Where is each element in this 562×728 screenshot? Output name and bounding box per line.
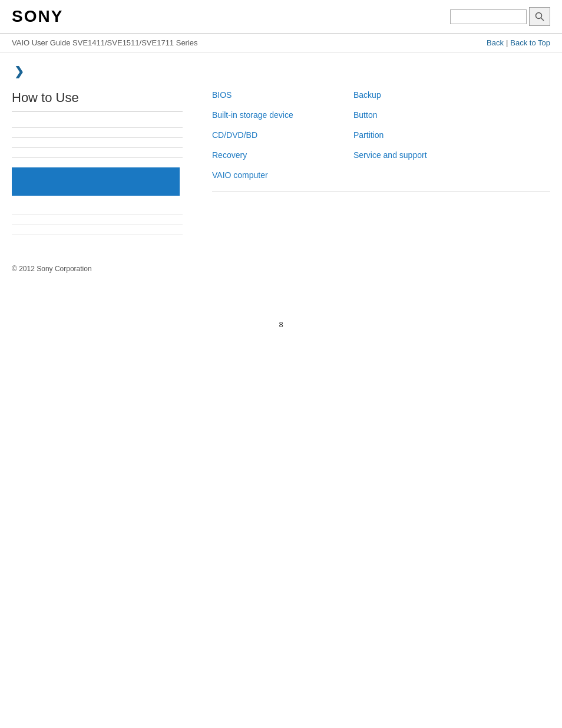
- guide-title: VAIO User Guide SVE1411/SVE1511/SVE1711 …: [12, 38, 198, 47]
- link-cd-dvd-bd[interactable]: CD/DVD/BD: [212, 130, 330, 140]
- links-grid: BIOS Built-in storage device CD/DVD/BD R…: [212, 90, 550, 180]
- svg-line-1: [541, 18, 544, 21]
- navbar: VAIO User Guide SVE1411/SVE1511/SVE1711 …: [0, 34, 562, 52]
- main-content: ❯ How to Use BIOS Built-in storage devic…: [0, 52, 562, 247]
- svg-point-0: [536, 13, 542, 19]
- content-area: BIOS Built-in storage device CD/DVD/BD R…: [194, 90, 550, 235]
- link-backup[interactable]: Backup: [353, 90, 471, 100]
- breadcrumb-arrow: ❯: [12, 64, 550, 78]
- sidebar-item-4: [12, 148, 183, 158]
- search-area: [450, 7, 550, 26]
- page-number: 8: [0, 320, 562, 329]
- link-built-in-storage[interactable]: Built-in storage device: [212, 110, 330, 120]
- links-column-2: Backup Button Partition Service and supp…: [353, 90, 471, 180]
- link-recovery[interactable]: Recovery: [212, 150, 330, 160]
- link-service-support[interactable]: Service and support: [353, 150, 471, 160]
- sidebar-title: How to Use: [12, 90, 183, 112]
- sidebar-item-1: [12, 118, 183, 128]
- search-button[interactable]: [529, 7, 550, 26]
- footer: © 2012 Sony Corporation: [0, 247, 562, 285]
- sidebar-blue-box: [12, 167, 180, 196]
- sony-logo: SONY: [12, 7, 63, 26]
- links-column-1: BIOS Built-in storage device CD/DVD/BD R…: [212, 90, 330, 180]
- search-input[interactable]: [450, 9, 527, 24]
- sidebar-item-3: [12, 138, 183, 148]
- back-to-top-link[interactable]: Back to Top: [510, 38, 550, 47]
- content-divider: [212, 192, 550, 192]
- sidebar-item-6: [12, 215, 183, 225]
- sidebar-item-7: [12, 225, 183, 235]
- page-header: SONY: [0, 0, 562, 34]
- link-button[interactable]: Button: [353, 110, 471, 120]
- content-layout: How to Use BIOS Built-in storage device …: [12, 90, 550, 235]
- search-icon: [535, 12, 544, 21]
- link-bios[interactable]: BIOS: [212, 90, 330, 100]
- sidebar: How to Use: [12, 90, 194, 235]
- nav-separator: |: [506, 38, 508, 47]
- link-vaio-computer[interactable]: VAIO computer: [212, 170, 330, 180]
- sidebar-item-5: [12, 205, 183, 215]
- back-link[interactable]: Back: [487, 38, 504, 47]
- nav-links: Back | Back to Top: [487, 38, 550, 47]
- sidebar-item-2: [12, 128, 183, 138]
- link-partition[interactable]: Partition: [353, 130, 471, 140]
- copyright: © 2012 Sony Corporation: [12, 265, 92, 273]
